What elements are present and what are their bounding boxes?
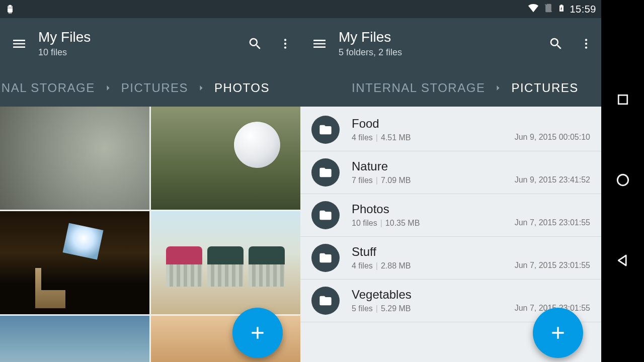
svg-point-7 xyxy=(617,174,628,185)
photo-thumbnail[interactable] xyxy=(0,107,149,210)
svg-rect-6 xyxy=(618,95,627,104)
folder-date: Jun 7, 2015 23:01:55 xyxy=(515,261,590,272)
app-subtitle: 10 files xyxy=(38,47,240,58)
app-bar: My Files 10 files xyxy=(0,18,300,69)
svg-point-4 xyxy=(585,43,587,45)
folder-name: Photos xyxy=(352,203,420,216)
folder-name: Vegetables xyxy=(352,288,412,301)
folder-icon xyxy=(311,287,340,315)
folder-date: Jun 7, 2015 23:01:55 xyxy=(515,218,590,229)
chevron-right-icon xyxy=(493,83,503,93)
right-pane: My Files 5 folders, 2 files INTERNAL STO… xyxy=(300,18,601,362)
folder-meta: 7 files|7.09 MB xyxy=(352,176,411,185)
breadcrumb-item[interactable]: RNAL STORAGE xyxy=(0,81,103,95)
breadcrumb-item[interactable]: PICTURES xyxy=(113,81,196,95)
photo-thumbnail[interactable] xyxy=(151,211,300,314)
soccer-ball-icon xyxy=(234,122,280,168)
breadcrumb-item-active[interactable]: PHOTOS xyxy=(206,81,278,95)
folder-icon xyxy=(311,201,340,229)
menu-button[interactable] xyxy=(309,34,330,54)
folder-meta: 4 files|4.51 MB xyxy=(352,133,411,142)
svg-point-5 xyxy=(585,46,587,48)
overflow-button[interactable] xyxy=(571,29,601,59)
status-bar: 15:59 xyxy=(0,0,601,18)
folder-name: Stuff xyxy=(352,245,411,258)
svg-point-3 xyxy=(585,39,587,41)
menu-button[interactable] xyxy=(9,34,29,54)
folder-date: Jun 9, 2015 00:05:10 xyxy=(515,133,590,144)
battery-charging-icon xyxy=(557,2,566,16)
folder-name: Nature xyxy=(352,160,411,173)
wifi-icon xyxy=(527,3,539,16)
folder-row[interactable]: Photos10 files|10.35 MBJun 7, 2015 23:01… xyxy=(300,194,601,237)
svg-point-2 xyxy=(284,46,286,48)
folder-name: Food xyxy=(352,117,411,130)
chevron-right-icon xyxy=(103,83,113,93)
photo-thumbnail[interactable] xyxy=(0,316,149,362)
folder-date: Jun 9, 2015 23:41:52 xyxy=(515,175,590,187)
app-title: My Files xyxy=(38,30,240,45)
recents-button[interactable] xyxy=(615,92,630,109)
svg-point-1 xyxy=(284,43,286,45)
folder-row[interactable]: Stuff4 files|2.88 MBJun 7, 2015 23:01:55 xyxy=(300,237,601,280)
folder-icon xyxy=(311,116,340,144)
search-button[interactable] xyxy=(240,29,270,59)
back-button[interactable] xyxy=(615,253,630,270)
left-pane: My Files 10 files RNAL STORAGE PICTURES … xyxy=(0,18,300,362)
svg-point-0 xyxy=(284,39,286,41)
android-icon xyxy=(5,3,15,15)
no-sim-icon xyxy=(543,2,553,16)
breadcrumb: INTERNAL STORAGE PICTURES xyxy=(300,69,601,107)
folder-icon xyxy=(311,244,340,272)
folder-icon xyxy=(311,158,340,187)
breadcrumb-item-active[interactable]: PICTURES xyxy=(503,81,586,95)
status-clock: 15:59 xyxy=(570,4,596,15)
folder-meta: 5 files|5.29 MB xyxy=(352,304,412,313)
search-button[interactable] xyxy=(541,29,571,59)
folder-meta: 10 files|10.35 MB xyxy=(352,219,420,228)
folder-row[interactable]: Food4 files|4.51 MBJun 9, 2015 00:05:10 xyxy=(300,109,601,151)
photo-thumbnail[interactable] xyxy=(151,107,300,210)
app-subtitle: 5 folders, 2 files xyxy=(339,47,541,58)
breadcrumb: RNAL STORAGE PICTURES PHOTOS xyxy=(0,69,300,107)
system-nav-bar xyxy=(601,0,644,362)
home-button[interactable] xyxy=(615,172,631,190)
folder-row[interactable]: Nature7 files|7.09 MBJun 9, 2015 23:41:5… xyxy=(300,151,601,194)
overflow-button[interactable] xyxy=(270,29,300,59)
fab-add[interactable] xyxy=(232,308,283,358)
chevron-right-icon xyxy=(196,83,206,93)
breadcrumb-item[interactable]: INTERNAL STORAGE xyxy=(344,81,493,95)
app-bar: My Files 5 folders, 2 files xyxy=(300,18,601,69)
app-title: My Files xyxy=(339,30,541,45)
fab-add[interactable] xyxy=(533,308,583,358)
photo-thumbnail[interactable] xyxy=(0,211,149,314)
folder-meta: 4 files|2.88 MB xyxy=(352,261,411,270)
